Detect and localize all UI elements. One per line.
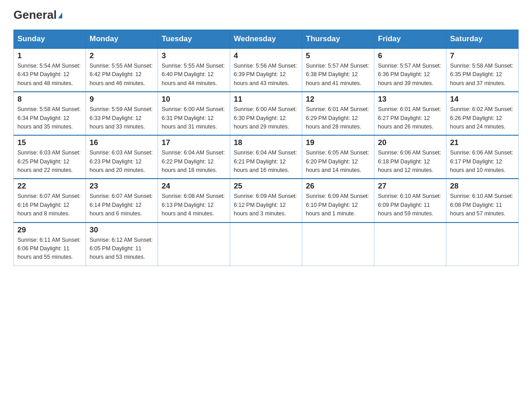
calendar-week-row: 8Sunrise: 5:58 AM Sunset: 6:34 PM Daylig…: [14, 92, 519, 135]
day-info: Sunrise: 5:59 AM Sunset: 6:33 PM Dayligh…: [90, 105, 154, 131]
day-info: Sunrise: 6:03 AM Sunset: 6:25 PM Dayligh…: [17, 149, 82, 175]
day-number: 3: [162, 51, 226, 60]
day-info: Sunrise: 6:02 AM Sunset: 6:26 PM Dayligh…: [450, 105, 515, 131]
day-number: 11: [234, 95, 298, 104]
calendar-day-cell: 26Sunrise: 6:09 AM Sunset: 6:10 PM Dayli…: [302, 179, 374, 222]
day-info: Sunrise: 6:08 AM Sunset: 6:13 PM Dayligh…: [162, 192, 226, 218]
calendar-day-header: Thursday: [302, 30, 374, 49]
calendar-day-cell: 7Sunrise: 5:58 AM Sunset: 6:35 PM Daylig…: [446, 48, 519, 92]
calendar-day-cell: 24Sunrise: 6:08 AM Sunset: 6:13 PM Dayli…: [158, 179, 230, 222]
day-info: Sunrise: 6:10 AM Sunset: 6:09 PM Dayligh…: [378, 192, 442, 218]
day-number: 28: [450, 182, 515, 191]
day-info: Sunrise: 6:06 AM Sunset: 6:18 PM Dayligh…: [378, 149, 442, 175]
day-number: 1: [17, 51, 82, 60]
calendar-day-cell: [302, 223, 374, 266]
day-number: 17: [162, 138, 226, 147]
calendar-day-cell: 30Sunrise: 6:12 AM Sunset: 6:05 PM Dayli…: [86, 223, 158, 266]
calendar-day-cell: 17Sunrise: 6:04 AM Sunset: 6:22 PM Dayli…: [158, 135, 230, 179]
day-info: Sunrise: 5:54 AM Sunset: 6:43 PM Dayligh…: [17, 62, 82, 88]
day-info: Sunrise: 6:07 AM Sunset: 6:14 PM Dayligh…: [90, 192, 154, 218]
logo: General: [13, 9, 62, 21]
calendar-day-cell: 4Sunrise: 5:56 AM Sunset: 6:39 PM Daylig…: [230, 48, 302, 92]
calendar-week-row: 15Sunrise: 6:03 AM Sunset: 6:25 PM Dayli…: [14, 135, 519, 179]
day-number: 16: [90, 138, 154, 147]
calendar-day-cell: 11Sunrise: 6:00 AM Sunset: 6:30 PM Dayli…: [230, 92, 302, 135]
calendar-week-row: 22Sunrise: 6:07 AM Sunset: 6:16 PM Dayli…: [14, 179, 519, 222]
calendar-day-header: Saturday: [446, 30, 519, 49]
day-info: Sunrise: 6:04 AM Sunset: 6:22 PM Dayligh…: [162, 149, 226, 175]
calendar-day-header: Monday: [86, 30, 158, 49]
day-info: Sunrise: 6:11 AM Sunset: 6:06 PM Dayligh…: [17, 236, 82, 262]
day-number: 2: [90, 51, 154, 60]
calendar-day-header: Friday: [374, 30, 446, 49]
day-info: Sunrise: 5:55 AM Sunset: 6:42 PM Dayligh…: [90, 62, 154, 88]
calendar-day-cell: [374, 223, 446, 266]
day-info: Sunrise: 5:57 AM Sunset: 6:38 PM Dayligh…: [306, 62, 370, 88]
day-number: 4: [234, 51, 298, 60]
day-number: 29: [17, 226, 82, 235]
day-info: Sunrise: 6:01 AM Sunset: 6:27 PM Dayligh…: [378, 105, 442, 131]
calendar-day-header: Sunday: [14, 30, 86, 49]
calendar-day-cell: 19Sunrise: 6:05 AM Sunset: 6:20 PM Dayli…: [302, 135, 374, 179]
day-info: Sunrise: 6:09 AM Sunset: 6:10 PM Dayligh…: [306, 192, 370, 218]
calendar-day-cell: 16Sunrise: 6:03 AM Sunset: 6:23 PM Dayli…: [86, 135, 158, 179]
calendar-day-cell: 2Sunrise: 5:55 AM Sunset: 6:42 PM Daylig…: [86, 48, 158, 92]
calendar-week-row: 1Sunrise: 5:54 AM Sunset: 6:43 PM Daylig…: [14, 48, 519, 92]
calendar-day-cell: 29Sunrise: 6:11 AM Sunset: 6:06 PM Dayli…: [14, 223, 86, 266]
day-number: 27: [378, 182, 442, 191]
day-info: Sunrise: 6:06 AM Sunset: 6:17 PM Dayligh…: [450, 149, 515, 175]
day-number: 23: [90, 182, 154, 191]
day-info: Sunrise: 6:00 AM Sunset: 6:30 PM Dayligh…: [234, 105, 298, 131]
calendar-day-cell: 25Sunrise: 6:09 AM Sunset: 6:12 PM Dayli…: [230, 179, 302, 222]
day-number: 9: [90, 95, 154, 104]
day-number: 26: [306, 182, 370, 191]
calendar-day-header: Wednesday: [230, 30, 302, 49]
calendar-day-cell: 13Sunrise: 6:01 AM Sunset: 6:27 PM Dayli…: [374, 92, 446, 135]
day-info: Sunrise: 6:03 AM Sunset: 6:23 PM Dayligh…: [90, 149, 154, 175]
logo-line1: General: [13, 9, 62, 21]
day-number: 25: [234, 182, 298, 191]
day-number: 24: [162, 182, 226, 191]
day-number: 13: [378, 95, 442, 104]
calendar-day-cell: 1Sunrise: 5:54 AM Sunset: 6:43 PM Daylig…: [14, 48, 86, 92]
day-number: 18: [234, 138, 298, 147]
day-info: Sunrise: 5:56 AM Sunset: 6:39 PM Dayligh…: [234, 62, 298, 88]
day-info: Sunrise: 6:01 AM Sunset: 6:29 PM Dayligh…: [306, 105, 370, 131]
day-info: Sunrise: 5:58 AM Sunset: 6:34 PM Dayligh…: [17, 105, 82, 131]
day-number: 5: [306, 51, 370, 60]
calendar-day-cell: 23Sunrise: 6:07 AM Sunset: 6:14 PM Dayli…: [86, 179, 158, 222]
day-number: 20: [378, 138, 442, 147]
day-info: Sunrise: 6:00 AM Sunset: 6:31 PM Dayligh…: [162, 105, 226, 131]
calendar-table: SundayMondayTuesdayWednesdayThursdayFrid…: [13, 30, 519, 266]
calendar-day-cell: [446, 223, 519, 266]
calendar-day-cell: 18Sunrise: 6:04 AM Sunset: 6:21 PM Dayli…: [230, 135, 302, 179]
calendar-day-cell: 8Sunrise: 5:58 AM Sunset: 6:34 PM Daylig…: [14, 92, 86, 135]
day-number: 8: [17, 95, 82, 104]
calendar-day-cell: 9Sunrise: 5:59 AM Sunset: 6:33 PM Daylig…: [86, 92, 158, 135]
day-number: 12: [306, 95, 370, 104]
calendar-day-cell: 28Sunrise: 6:10 AM Sunset: 6:08 PM Dayli…: [446, 179, 519, 222]
calendar-day-cell: 6Sunrise: 5:57 AM Sunset: 6:36 PM Daylig…: [374, 48, 446, 92]
day-number: 30: [90, 226, 154, 235]
calendar-day-cell: 5Sunrise: 5:57 AM Sunset: 6:38 PM Daylig…: [302, 48, 374, 92]
day-number: 21: [450, 138, 515, 147]
calendar-day-cell: [230, 223, 302, 266]
day-number: 6: [378, 51, 442, 60]
calendar-day-cell: 20Sunrise: 6:06 AM Sunset: 6:18 PM Dayli…: [374, 135, 446, 179]
day-number: 10: [162, 95, 226, 104]
calendar-day-cell: 15Sunrise: 6:03 AM Sunset: 6:25 PM Dayli…: [14, 135, 86, 179]
calendar-day-cell: 22Sunrise: 6:07 AM Sunset: 6:16 PM Dayli…: [14, 179, 86, 222]
day-info: Sunrise: 6:12 AM Sunset: 6:05 PM Dayligh…: [90, 236, 154, 262]
calendar-day-cell: 27Sunrise: 6:10 AM Sunset: 6:09 PM Dayli…: [374, 179, 446, 222]
day-number: 14: [450, 95, 515, 104]
day-info: Sunrise: 6:10 AM Sunset: 6:08 PM Dayligh…: [450, 192, 515, 218]
calendar-day-cell: 3Sunrise: 5:55 AM Sunset: 6:40 PM Daylig…: [158, 48, 230, 92]
day-info: Sunrise: 5:58 AM Sunset: 6:35 PM Dayligh…: [450, 62, 515, 88]
day-number: 19: [306, 138, 370, 147]
page-header: General: [13, 9, 519, 21]
calendar-day-cell: 10Sunrise: 6:00 AM Sunset: 6:31 PM Dayli…: [158, 92, 230, 135]
calendar-week-row: 29Sunrise: 6:11 AM Sunset: 6:06 PM Dayli…: [14, 223, 519, 266]
calendar-day-header: Tuesday: [158, 30, 230, 49]
calendar-day-cell: 21Sunrise: 6:06 AM Sunset: 6:17 PM Dayli…: [446, 135, 519, 179]
day-info: Sunrise: 6:04 AM Sunset: 6:21 PM Dayligh…: [234, 149, 298, 175]
